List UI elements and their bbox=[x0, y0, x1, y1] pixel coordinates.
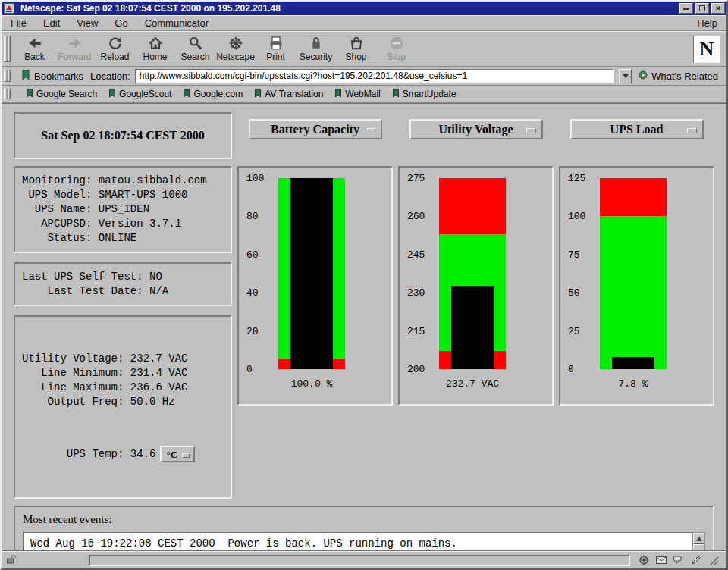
voltage-info-box: Utility Voltage: 232.7 VAC Line Minimum:… bbox=[14, 315, 232, 499]
printer-icon bbox=[268, 36, 284, 51]
shop-button[interactable]: Shop bbox=[336, 33, 376, 65]
option-menu-indicator bbox=[182, 453, 190, 458]
gauge-value-bar bbox=[612, 357, 654, 369]
close-button[interactable]: ✕ bbox=[711, 3, 725, 14]
ups-stats-page: Sat Sep 02 18:07:54 CEST 2000 Battery Ca… bbox=[2, 104, 726, 551]
gauge-tick-label: 40 bbox=[246, 287, 259, 299]
info-line: Line Minimum: 231.4 VAC bbox=[22, 366, 224, 381]
gauge-tick-label: 260 bbox=[407, 211, 425, 222]
whats-related-button[interactable]: What's Related bbox=[636, 70, 720, 83]
bookmarks-label: Bookmarks bbox=[34, 70, 83, 82]
window-menu-icon[interactable] bbox=[3, 3, 15, 14]
mailbox-component-icon[interactable] bbox=[655, 554, 667, 566]
bookmark-webmail[interactable]: WebMail bbox=[334, 89, 380, 100]
gauge-tick-label: 80 bbox=[246, 211, 259, 222]
shopping-bag-icon bbox=[349, 36, 364, 51]
menu-help[interactable]: Help bbox=[695, 17, 719, 30]
whats-related-label: What's Related bbox=[651, 70, 718, 82]
info-column: Monitoring: matou.sibbald.com UPS Model:… bbox=[14, 166, 232, 499]
browser-viewport: Sat Sep 02 18:07:54 CEST 2000 Battery Ca… bbox=[2, 103, 726, 551]
gauge3-select[interactable]: UPS Load bbox=[570, 119, 704, 139]
events-vertical-scrollbar[interactable] bbox=[692, 532, 705, 551]
composer-component-icon[interactable] bbox=[690, 554, 702, 566]
bookmark-googlescout[interactable]: GoogleScout bbox=[108, 89, 171, 100]
bookmark-smartupdate[interactable]: SmartUpdate bbox=[392, 89, 457, 100]
search-button[interactable]: Search bbox=[175, 33, 215, 65]
reload-button[interactable]: Reload bbox=[95, 33, 135, 65]
bookmark-google-com[interactable]: Google.com bbox=[183, 89, 243, 100]
netscape-guide-button[interactable]: Netscape bbox=[215, 33, 256, 65]
menu-go[interactable]: Go bbox=[113, 17, 129, 30]
bookmark-page-icon bbox=[183, 89, 190, 100]
gauge-zone bbox=[600, 216, 667, 369]
scroll-up-arrow[interactable] bbox=[693, 533, 704, 544]
newsgroups-component-icon[interactable] bbox=[673, 554, 685, 566]
minimize-button[interactable] bbox=[679, 3, 693, 14]
stop-label: Stop bbox=[387, 52, 406, 62]
url-history-dropdown[interactable] bbox=[619, 69, 632, 83]
toolbar-grip[interactable] bbox=[4, 36, 11, 62]
gauge-value-bar bbox=[290, 178, 333, 369]
gauge-column bbox=[439, 178, 506, 369]
personal-toolbar-grip[interactable] bbox=[4, 89, 11, 99]
ship-wheel-icon bbox=[228, 36, 243, 51]
menu-view[interactable]: View bbox=[75, 17, 99, 30]
resize-grip-icon[interactable] bbox=[708, 554, 720, 566]
stop-button[interactable]: Stop bbox=[376, 33, 416, 65]
padlock-icon bbox=[309, 36, 324, 51]
gauge-column bbox=[278, 178, 345, 369]
navigator-component-icon[interactable] bbox=[638, 554, 650, 566]
bookmark-google-search[interactable]: Google Search bbox=[26, 89, 97, 100]
home-button[interactable]: Home bbox=[135, 33, 175, 65]
security-status-icon[interactable] bbox=[5, 553, 16, 567]
gauge2-select-value: Utility Voltage bbox=[438, 123, 513, 136]
temp-unit-select[interactable]: °C bbox=[160, 446, 195, 462]
option-menu-indicator bbox=[366, 128, 375, 133]
gauge-axis: 1251007550250 bbox=[568, 178, 595, 369]
url-input[interactable] bbox=[135, 69, 614, 83]
gauge-tick-label: 60 bbox=[246, 249, 259, 260]
info-line: Last UPS Self Test: NO bbox=[22, 270, 224, 284]
personal-toolbar: Google Search GoogleScout Google.com AV … bbox=[2, 86, 726, 103]
back-arrow-icon bbox=[27, 36, 42, 51]
bookmark-icon bbox=[21, 70, 30, 83]
info-line: Status: ONLINE bbox=[22, 231, 224, 246]
reload-icon bbox=[108, 36, 123, 51]
utility-voltage-gauge: 275260245230215200 232.7 VAC bbox=[398, 166, 554, 406]
forward-label: Forward bbox=[58, 52, 91, 62]
gauge1-select[interactable]: Battery Capacity bbox=[249, 119, 382, 139]
bookmarks-button[interactable]: Bookmarks bbox=[19, 69, 86, 83]
gauge-value-label: 7.8 % bbox=[600, 378, 667, 390]
gauge-value-label: 232.7 VAC bbox=[439, 378, 506, 390]
print-button[interactable]: Print bbox=[256, 33, 296, 65]
gauge3-select-value: UPS Load bbox=[610, 123, 664, 136]
gauge2-select[interactable]: Utility Voltage bbox=[410, 119, 543, 139]
bookmark-av-translation[interactable]: AV Translation bbox=[254, 89, 323, 100]
info-line: Monitoring: matou.sibbald.com bbox=[22, 174, 224, 188]
status-bar bbox=[2, 551, 726, 568]
titlebar[interactable]: Netscape: Sat Sep 02 18:07:54 CEST 2000 … bbox=[2, 2, 726, 15]
menu-communicator[interactable]: Communicator bbox=[143, 17, 211, 30]
gauge-tick-label: 100 bbox=[568, 211, 585, 222]
option-menu-indicator bbox=[687, 128, 697, 133]
netscape-window: Netscape: Sat Sep 02 18:07:54 CEST 2000 … bbox=[0, 0, 728, 570]
menu-edit[interactable]: Edit bbox=[42, 17, 61, 30]
shop-label: Shop bbox=[345, 52, 366, 62]
gauge-tick-label: 0 bbox=[246, 364, 253, 375]
bookmark-page-icon bbox=[26, 89, 33, 100]
vertical-scroll-thumb[interactable] bbox=[693, 544, 704, 551]
back-button[interactable]: Back bbox=[14, 33, 55, 65]
gauge-tick-label: 245 bbox=[407, 249, 425, 260]
gauge-axis: 100806040200 bbox=[246, 178, 274, 369]
forward-button[interactable]: Forward bbox=[55, 33, 95, 65]
security-button[interactable]: Security bbox=[296, 33, 336, 65]
netscape-logo[interactable]: N bbox=[693, 36, 720, 63]
maximize-button[interactable] bbox=[695, 3, 709, 14]
voltage-lines: Utility Voltage: 232.7 VAC Line Minimum:… bbox=[22, 352, 224, 409]
info-line: Last Test Date: N/A bbox=[22, 284, 224, 299]
menu-file[interactable]: File bbox=[9, 17, 28, 30]
home-icon bbox=[148, 36, 163, 51]
gauge-tick-label: 275 bbox=[407, 173, 425, 184]
gauge-tick-label: 230 bbox=[407, 287, 425, 299]
location-bar-grip[interactable] bbox=[4, 70, 11, 82]
